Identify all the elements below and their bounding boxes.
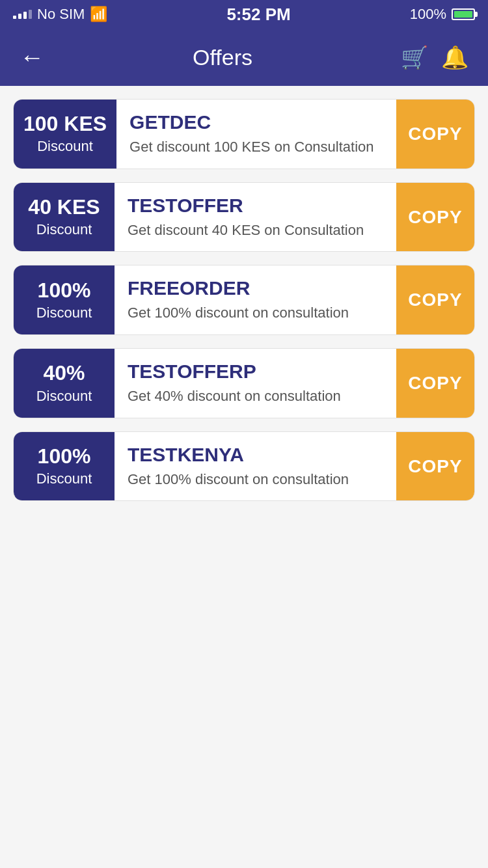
back-button[interactable]: ← [20,44,44,72]
offer-code-3: TESTOFFERP [128,360,383,383]
status-right: 100% [410,6,475,23]
cart-icon[interactable]: 🛒 [401,44,428,70]
offer-type-3: Discount [36,388,92,405]
offer-type-0: Discount [37,138,93,155]
offers-list: 100 KES Discount GETDEC Get discount 100… [0,86,488,868]
offer-description-3: Get 40% discount on consultation [128,387,383,406]
copy-button-4[interactable]: COPY [396,432,474,501]
offer-amount-0: 100 KES [23,113,107,135]
signal-icon [13,10,32,19]
offer-code-1: TESTOFFER [128,195,383,217]
battery-icon [452,8,475,20]
offer-card: 40% Discount TESTOFFERP Get 40% discount… [13,348,475,418]
offer-type-1: Discount [36,221,92,238]
offer-info-2: FREEORDER Get 100% discount on consultat… [115,265,396,334]
offer-value-4: 100% Discount [14,432,115,501]
offer-info-1: TESTOFFER Get discount 40 KES on Consult… [115,183,396,252]
offer-info-3: TESTOFFERP Get 40% discount on consultat… [115,349,396,418]
offer-value-2: 100% Discount [14,265,115,334]
offer-code-4: TESTKENYA [128,444,383,466]
offer-amount-2: 100% [38,279,91,302]
offer-description-1: Get discount 40 KES on Consultation [128,221,383,240]
offer-card: 100 KES Discount GETDEC Get discount 100… [13,99,475,169]
offer-amount-3: 40% [43,362,85,385]
offer-value-3: 40% Discount [14,349,115,418]
offer-value-1: 40 KES Discount [14,183,115,252]
offer-description-2: Get 100% discount on consultation [128,303,383,323]
offer-value-0: 100 KES Discount [14,100,116,169]
offer-amount-1: 40 KES [28,196,100,219]
nav-icons: 🛒 🔔 [401,44,468,70]
battery-percent: 100% [410,6,446,23]
offer-description-0: Get discount 100 KES on Consultation [129,137,383,157]
status-bar: No SIM 📶 5:52 PM 100% [0,0,488,29]
offer-type-4: Discount [36,470,92,487]
bell-icon[interactable]: 🔔 [441,44,468,70]
wifi-icon: 📶 [90,6,107,23]
navbar: ← Offers 🛒 🔔 [0,29,488,86]
offer-info-4: TESTKENYA Get 100% discount on consultat… [115,432,396,501]
offer-info-0: GETDEC Get discount 100 KES on Consultat… [116,100,396,169]
copy-button-0[interactable]: COPY [396,100,474,169]
offer-description-4: Get 100% discount on consultation [128,470,383,489]
status-time: 5:52 PM [226,5,290,25]
offer-card: 40 KES Discount TESTOFFER Get discount 4… [13,182,475,252]
offer-card: 100% Discount FREEORDER Get 100% discoun… [13,265,475,335]
offer-code-2: FREEORDER [128,277,383,299]
carrier-label: No SIM [37,6,85,23]
offer-code-0: GETDEC [129,111,383,133]
page-title: Offers [193,45,252,70]
copy-button-1[interactable]: COPY [396,183,474,252]
offer-amount-4: 100% [38,445,91,468]
copy-button-3[interactable]: COPY [396,349,474,418]
offer-card: 100% Discount TESTKENYA Get 100% discoun… [13,431,475,502]
offer-type-2: Discount [36,305,92,321]
copy-button-2[interactable]: COPY [396,265,474,334]
status-left: No SIM 📶 [13,6,107,23]
